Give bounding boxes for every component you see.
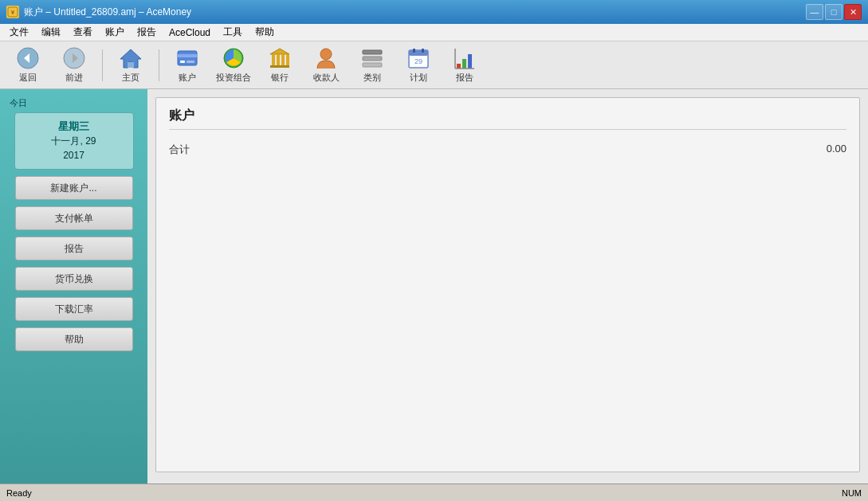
forward-icon (61, 47, 87, 70)
calendar-year: 2017 (22, 148, 127, 162)
menu-view[interactable]: 查看 (67, 24, 99, 41)
svg-rect-9 (178, 54, 197, 57)
download-rates-button[interactable]: 下载汇率 (15, 297, 133, 321)
currency-exchange-button[interactable]: 货币兑换 (15, 267, 133, 291)
svg-rect-17 (286, 54, 289, 65)
minimize-button[interactable]: — (806, 4, 823, 20)
menu-file[interactable]: 文件 (3, 24, 35, 41)
svg-text:¥: ¥ (11, 9, 15, 16)
app-icon: ¥ (6, 6, 19, 18)
svg-rect-24 (409, 50, 428, 56)
svg-rect-10 (180, 61, 185, 63)
calendar-day-of-week: 星期三 (22, 119, 127, 134)
svg-rect-20 (363, 50, 382, 54)
svg-rect-21 (363, 57, 382, 61)
svg-rect-30 (468, 54, 472, 68)
svg-rect-15 (277, 54, 280, 65)
home-label: 主页 (122, 72, 139, 84)
svg-rect-7 (128, 62, 134, 68)
menu-acecloud[interactable]: AceCloud (163, 25, 217, 40)
schedule-icon: 29 (406, 46, 431, 70)
title-bar: ¥ 账户 – Untitled_26809.amj – AceMoney — □… (0, 0, 868, 24)
pay-bills-button[interactable]: 支付帐单 (15, 206, 133, 230)
report-icon (452, 46, 477, 70)
back-button[interactable]: 返回 (6, 45, 49, 86)
forward-label: 前进 (65, 72, 83, 84)
main-area: 今日 星期三 十一月, 29 2017 新建账户... 支付帐单 报告 货币兑换… (0, 89, 868, 483)
accounts-icon (175, 46, 200, 70)
menu-help[interactable]: 帮助 (249, 24, 281, 41)
help-sidebar-button[interactable]: 帮助 (15, 327, 133, 351)
accounts-tool-label: 账户 (179, 72, 196, 84)
back-label: 返回 (19, 72, 37, 84)
category-tool-label: 类别 (363, 72, 381, 84)
back-icon (15, 47, 41, 70)
svg-rect-28 (457, 64, 461, 68)
menu-reports[interactable]: 报告 (131, 24, 163, 41)
toolbar-sep-1 (102, 49, 103, 81)
new-account-button[interactable]: 新建账户... (15, 176, 133, 200)
svg-rect-29 (462, 59, 466, 68)
report-tool-label: 报告 (456, 72, 473, 84)
calendar-widget: 星期三 十一月, 29 2017 (14, 112, 134, 170)
payee-icon (313, 46, 339, 70)
status-bar: Ready NUM (0, 483, 868, 501)
category-tool-button[interactable]: 类别 (351, 45, 394, 86)
home-icon (118, 46, 143, 70)
svg-rect-8 (178, 51, 197, 65)
bank-icon (267, 46, 293, 70)
total-value: 0.00 (827, 143, 846, 157)
sidebar: 今日 星期三 十一月, 29 2017 新建账户... 支付帐单 报告 货币兑换… (0, 89, 147, 483)
svg-rect-11 (187, 61, 194, 63)
calendar-month-day: 十一月, 29 (22, 134, 127, 148)
report-tool-button[interactable]: 报告 (443, 45, 486, 86)
portfolio-icon (221, 46, 246, 70)
category-icon (359, 46, 385, 70)
svg-rect-18 (270, 65, 289, 68)
menu-tools[interactable]: 工具 (217, 24, 249, 41)
svg-rect-25 (413, 49, 415, 53)
payee-tool-label: 收款人 (313, 72, 340, 84)
home-button[interactable]: 主页 (109, 45, 152, 86)
reports-sidebar-button[interactable]: 报告 (15, 237, 133, 260)
menu-accounts[interactable]: 账户 (99, 24, 131, 41)
toolbar: 返回 前进 主页 (0, 41, 868, 89)
window-controls: — □ ✕ (806, 4, 862, 20)
svg-point-19 (320, 49, 332, 60)
svg-marker-13 (270, 49, 289, 54)
accounts-title: 账户 (169, 108, 846, 130)
svg-rect-22 (363, 63, 382, 67)
bank-tool-button[interactable]: 银行 (258, 45, 301, 86)
schedule-tool-label: 计划 (410, 72, 427, 84)
svg-rect-14 (272, 54, 275, 65)
svg-rect-16 (281, 54, 285, 65)
bank-tool-label: 银行 (271, 72, 289, 84)
today-label: 今日 (6, 97, 27, 109)
menu-edit[interactable]: 编辑 (35, 24, 67, 41)
accounts-tool-button[interactable]: 账户 (166, 45, 209, 86)
content-panel: 账户 合计 0.00 (147, 89, 868, 483)
portfolio-tool-button[interactable]: 投资组合 (212, 45, 255, 86)
maximize-button[interactable]: □ (825, 4, 842, 20)
close-button[interactable]: ✕ (844, 4, 862, 20)
toolbar-sep-2 (159, 49, 159, 81)
accounts-total-row: 合计 0.00 (169, 139, 846, 160)
menu-bar: 文件 编辑 查看 账户 报告 AceCloud 工具 帮助 (0, 24, 868, 41)
window-title: 账户 – Untitled_26809.amj – AceMoney (24, 6, 191, 19)
svg-rect-26 (422, 49, 424, 53)
svg-text:29: 29 (414, 57, 422, 65)
forward-button[interactable]: 前进 (53, 45, 96, 86)
status-ready: Ready (6, 488, 32, 498)
accounts-box: 账户 合计 0.00 (155, 97, 860, 472)
schedule-tool-button[interactable]: 29 计划 (397, 45, 440, 86)
portfolio-tool-label: 投资组合 (216, 72, 251, 84)
status-num: NUM (842, 488, 862, 498)
total-label: 合计 (169, 143, 190, 157)
payee-tool-button[interactable]: 收款人 (304, 45, 348, 86)
